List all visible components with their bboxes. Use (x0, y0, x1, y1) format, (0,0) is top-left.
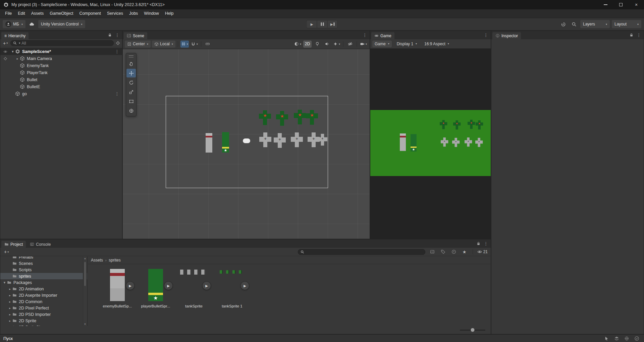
expand-arrow-icon[interactable]: ▸ (15, 57, 20, 60)
hierarchy-item-bullete[interactable]: BulletE (0, 83, 122, 90)
maximize-button[interactable] (613, 0, 629, 9)
lock-icon[interactable] (476, 241, 481, 246)
folder-2d-sprite[interactable]: ▸2D Sprite (0, 318, 87, 324)
tray-network-icon[interactable] (624, 336, 629, 341)
folder-arrow-icon[interactable]: ▸ (8, 313, 12, 316)
hierarchy-item-bullet[interactable]: Bullet (0, 76, 122, 83)
project-search-input[interactable] (298, 249, 425, 255)
minimize-button[interactable] (598, 0, 613, 9)
slider-handle[interactable] (471, 328, 475, 332)
save-search-button[interactable]: ★ (461, 249, 468, 254)
hierarchy-item-playertank[interactable]: PlayerTank (0, 69, 122, 76)
folder-2d-animation[interactable]: ▸2D Animation (0, 286, 87, 292)
breadcrumb-current[interactable]: sprites (109, 258, 120, 263)
folder-arrow-icon[interactable]: ▸ (8, 306, 12, 310)
kebab-menu-icon[interactable]: ⋮ (363, 33, 367, 38)
folder-scenes[interactable]: Scenes (0, 260, 87, 267)
camera-settings-dropdown[interactable]: ▾ (359, 41, 368, 48)
pivot-mode-dropdown[interactable]: Center▾ (125, 41, 151, 48)
lock-icon[interactable] (629, 33, 634, 37)
search-button[interactable] (570, 20, 578, 28)
scene-picker-icon[interactable] (116, 41, 120, 45)
menu-item-edit[interactable]: Edit (15, 9, 28, 18)
kebab-menu-icon[interactable]: ⋮ (115, 91, 122, 96)
tab-scene[interactable]: Scene (124, 32, 147, 39)
folder-sprites[interactable]: sprites (0, 273, 87, 279)
kebab-menu-icon[interactable]: ⋮ (115, 33, 119, 38)
kebab-menu-icon[interactable]: ⋮ (484, 241, 488, 246)
hand-tool-button[interactable] (126, 59, 136, 68)
kebab-menu-icon[interactable]: ⋮ (637, 33, 641, 38)
tray-check-icon[interactable] (634, 336, 639, 341)
draw-mode-dropdown[interactable]: ▾ (293, 41, 302, 48)
scene-visibility-icon[interactable] (3, 50, 7, 54)
scrollbar-thumb[interactable] (84, 262, 86, 286)
tab-inspector[interactable]: Inspector (492, 32, 521, 39)
hierarchy-search-input[interactable]: ▾ All (10, 40, 114, 46)
scene-canvas[interactable] (123, 49, 370, 239)
move-tool-button[interactable] (126, 69, 136, 77)
create-add-button[interactable]: +▾ (2, 41, 8, 46)
expand-sprite-button[interactable]: ▶ (240, 281, 249, 290)
menu-item-component[interactable]: Component (76, 9, 104, 18)
folder-arrow-icon[interactable]: ▸ (8, 300, 12, 303)
menu-item-window[interactable]: Window (141, 9, 162, 18)
folder-scripts[interactable]: Scripts (0, 267, 87, 273)
display-dropdown[interactable]: Display 1▾ (394, 41, 419, 47)
asset-enemybulletsp-[interactable]: ▶enemyBulletSp... (101, 269, 134, 308)
game-mode-dropdown[interactable]: Game▾ (372, 41, 392, 47)
scale-tool-button[interactable] (126, 88, 136, 96)
scroll-up-icon[interactable]: ▲ (84, 257, 86, 260)
lighting-toggle[interactable] (313, 41, 321, 48)
audio-toggle[interactable] (323, 41, 331, 48)
menu-item-jobs[interactable]: Jobs (126, 9, 141, 18)
game-viewport[interactable] (370, 110, 491, 176)
folder-arrow-icon[interactable]: ▸ (8, 287, 12, 291)
folder-arrow-icon[interactable]: ▸ (8, 319, 12, 323)
menu-item-services[interactable]: Services (104, 9, 126, 18)
version-control-dropdown[interactable]: Unity Version Control▾ (38, 20, 85, 28)
transform-tool-button[interactable] (126, 106, 136, 115)
scene-visibility-toggle[interactable] (346, 41, 354, 48)
kebab-menu-icon[interactable]: ⋮ (115, 49, 122, 54)
folder-2d-aseprite-importer[interactable]: ▸2D Aseprite Importer (0, 292, 87, 298)
lock-icon[interactable] (108, 33, 112, 37)
2d-mode-toggle[interactable]: 2D (303, 41, 312, 48)
orientation-dropdown[interactable]: Local▾ (152, 41, 175, 48)
rotate-tool-button[interactable] (126, 78, 136, 87)
search-by-label-button[interactable] (439, 249, 447, 254)
menu-item-file[interactable]: File (2, 9, 15, 18)
rect-tool-button[interactable] (126, 97, 136, 106)
collapse-arrow-icon[interactable]: ▼ (10, 50, 15, 53)
snap-settings-dropdown[interactable]: ▾ (190, 41, 199, 48)
tab-console[interactable]: Console (27, 241, 54, 248)
breadcrumb-root[interactable]: Assets (91, 258, 103, 263)
asset-playerbulletspr-[interactable]: ▶playerBulletSpr... (139, 269, 172, 308)
search-by-type-button[interactable] (429, 249, 436, 254)
folder-arrow-icon[interactable]: ▼ (2, 281, 7, 284)
hierarchy-item-go[interactable]: go ⋮ (0, 90, 122, 97)
folder-tree-scrollbar[interactable]: ▲ ▼ (83, 256, 87, 326)
expand-sprite-button[interactable]: ▶ (126, 281, 135, 290)
tray-cursor-icon[interactable] (604, 336, 609, 341)
console-status-message[interactable]: Пуск (0, 336, 13, 341)
scroll-down-icon[interactable]: ▼ (84, 323, 86, 325)
menu-item-assets[interactable]: Assets (28, 9, 47, 18)
tab-project[interactable]: Project (1, 241, 26, 248)
hierarchy-scene-row[interactable]: ▼ SampleScene* ⋮ (0, 48, 122, 55)
measure-tool-button[interactable] (204, 41, 212, 48)
hierarchy-item-main-camera[interactable]: ▸Main Camera (0, 55, 122, 62)
aspect-ratio-dropdown[interactable]: 16:9 Aspect▾ (422, 41, 451, 47)
step-button[interactable]: ▶ (327, 20, 338, 28)
hierarchy-item-enemytank[interactable]: EnemyTank (0, 62, 122, 69)
menu-item-help[interactable]: Help (162, 9, 177, 18)
close-button[interactable]: × (629, 0, 644, 9)
asset-tanksprite-1[interactable]: ▶tankSprite 1 (216, 269, 249, 308)
undo-history-button[interactable] (559, 20, 568, 28)
pause-button[interactable] (317, 20, 327, 28)
folder-arrow-icon[interactable]: ▸ (8, 294, 12, 297)
effects-dropdown[interactable]: ▾ (332, 41, 341, 48)
expand-sprite-button[interactable]: ▶ (202, 281, 211, 290)
asset-tanksprite[interactable]: ▶tankSprite (177, 269, 210, 308)
folder-2d-pixel-perfect[interactable]: ▸2D Pixel Perfect (0, 305, 87, 311)
